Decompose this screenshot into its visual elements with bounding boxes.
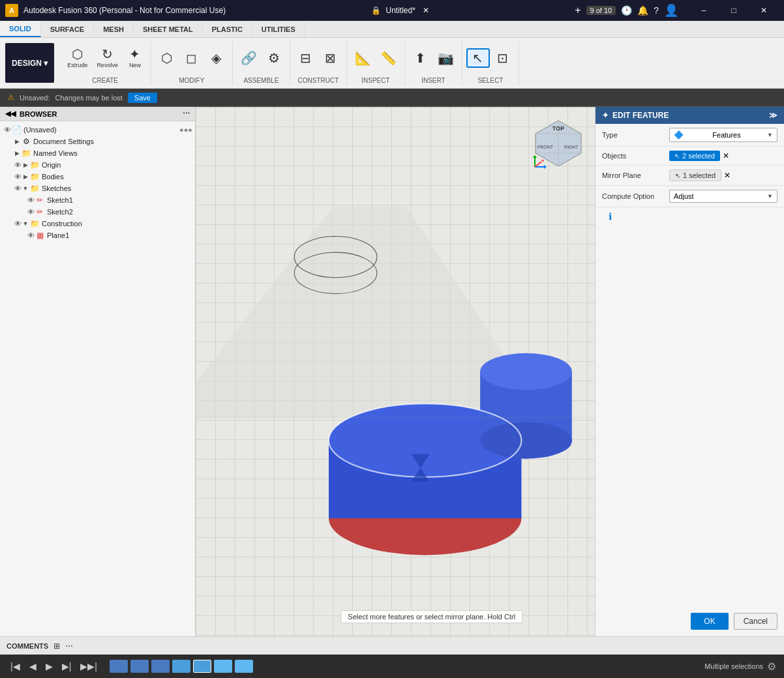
ribbon: DESIGN ▾ ⬡ Extrude ↻ Revolve ✦ New CREAT… bbox=[0, 38, 784, 89]
inspect-measure-btn[interactable]: 📐 bbox=[351, 50, 375, 66]
insert-derive-btn[interactable]: ⬆ bbox=[409, 50, 432, 66]
tree-eye-plane1[interactable]: 👁 bbox=[27, 231, 35, 239]
tree-eye-construction[interactable]: 👁 bbox=[14, 220, 22, 228]
assemble-joint-btn[interactable]: 🔗 bbox=[237, 50, 261, 66]
viewport[interactable]: TOP FRONT RIGHT Select more features or … bbox=[196, 107, 595, 636]
press-pull-icon: ⬡ bbox=[161, 52, 172, 65]
tab-sheet-metal[interactable]: SHEET METAL bbox=[134, 21, 203, 37]
ribbon-group-modify: ⬡ ◻ ◈ MODIFY bbox=[151, 40, 233, 85]
svg-marker-21 bbox=[544, 165, 547, 169]
insert-decal-btn[interactable]: 📷 bbox=[434, 50, 458, 66]
compute-option-select[interactable]: Adjust ▼ bbox=[669, 190, 777, 203]
tree-item-origin[interactable]: 👁 ▶ 📁 Origin bbox=[0, 159, 195, 171]
help-icon[interactable]: ? bbox=[654, 5, 659, 16]
cursor-icon: ↖ bbox=[674, 153, 680, 160]
mirror-plane-clear-icon[interactable]: ✕ bbox=[724, 171, 731, 180]
viewcube[interactable]: TOP FRONT RIGHT bbox=[532, 117, 584, 170]
browser-expand-icon[interactable]: ⋯ bbox=[183, 110, 190, 118]
create-revolve-btn[interactable]: ↻ Revolve bbox=[93, 46, 122, 70]
close-button[interactable]: ✕ bbox=[749, 0, 779, 21]
construct-axis-btn[interactable]: ⊠ bbox=[319, 50, 342, 66]
tab-utilities[interactable]: UTILITIES bbox=[252, 21, 305, 37]
panel-row-type: Type 🔷 Features ▼ bbox=[596, 124, 784, 147]
nav-next[interactable]: ▶| bbox=[59, 660, 74, 673]
construct-plane-btn[interactable]: ⊟ bbox=[294, 50, 318, 66]
ok-button[interactable]: OK bbox=[691, 613, 728, 630]
modify-press-pull-btn[interactable]: ⬡ bbox=[155, 50, 179, 66]
timeline-item-2[interactable] bbox=[130, 660, 149, 673]
tree-eye-sketches[interactable]: 👁 bbox=[14, 184, 22, 192]
tree-item-sketch1[interactable]: 👁 ✏ Sketch1 bbox=[0, 194, 195, 206]
timeline-item-3[interactable] bbox=[151, 660, 170, 673]
panel-expand-icon[interactable]: ≫ bbox=[769, 111, 777, 120]
select-box-btn[interactable]: ⊡ bbox=[491, 50, 515, 66]
ribbon-tab-bar: SOLID SURFACE MESH SHEET METAL PLASTIC U… bbox=[0, 21, 784, 38]
tree-doc-icon: 📄 bbox=[11, 125, 22, 134]
tree-item-named-views[interactable]: ▶ 📁 Named Views bbox=[0, 147, 195, 159]
cursor2-icon: ↖ bbox=[675, 172, 680, 179]
mirror-plane-label: Mirror Plane bbox=[602, 171, 664, 179]
maximize-button[interactable]: □ bbox=[719, 0, 749, 21]
objects-chip[interactable]: ↖ 2 selected bbox=[669, 151, 720, 161]
type-select[interactable]: 🔷 Features ▼ bbox=[669, 128, 777, 142]
timeline-item-4[interactable] bbox=[172, 660, 190, 673]
tree-eye-bodies[interactable]: 👁 bbox=[14, 173, 22, 181]
timeline-item-1[interactable] bbox=[110, 660, 128, 673]
document-title: Untitled* bbox=[385, 6, 415, 15]
settings-gear-icon[interactable]: ⚙ bbox=[767, 660, 776, 673]
minimize-button[interactable]: – bbox=[689, 0, 719, 21]
tree-eye-unsaved[interactable]: 👁 bbox=[4, 126, 11, 134]
tree-dots-unsaved[interactable]: ●●● bbox=[179, 126, 192, 134]
info-icon[interactable]: ℹ bbox=[602, 207, 618, 226]
tree-eye-sketch1[interactable]: 👁 bbox=[27, 196, 35, 204]
create-new-component-btn[interactable]: ✦ New bbox=[123, 46, 147, 70]
modify-fillet-btn[interactable]: ◻ bbox=[180, 50, 204, 66]
close-tab-icon[interactable]: ✕ bbox=[423, 6, 429, 15]
add-tab-icon[interactable]: + bbox=[575, 5, 580, 16]
tree-item-bodies[interactable]: 👁 ▶ 📁 Bodies bbox=[0, 171, 195, 183]
tree-eye-sketch2[interactable]: 👁 bbox=[27, 208, 35, 216]
nav-prev[interactable]: ◀ bbox=[27, 660, 39, 673]
timeline-item-6[interactable] bbox=[214, 660, 232, 673]
select-icon: ↖ bbox=[472, 52, 483, 65]
browser-collapse-icon[interactable]: ◀◀ bbox=[5, 110, 16, 118]
timeline-item-5[interactable] bbox=[193, 660, 211, 673]
plane-icon: ⊟ bbox=[300, 52, 311, 65]
select-btn[interactable]: ↖ bbox=[466, 48, 490, 68]
comments-dots-icon[interactable]: ⋯ bbox=[65, 641, 73, 651]
create-extrude-btn[interactable]: ⬡ Extrude bbox=[63, 46, 91, 70]
tree-item-sketch2[interactable]: 👁 ✏ Sketch2 bbox=[0, 206, 195, 218]
comments-expand-icon[interactable]: ⊞ bbox=[53, 641, 60, 651]
browser-title: BROWSER bbox=[20, 110, 57, 118]
timeline-item-7[interactable] bbox=[235, 660, 253, 673]
mirror-plane-chip[interactable]: ↖ 1 selected bbox=[669, 170, 721, 181]
modify-chamfer-btn[interactable]: ◈ bbox=[205, 50, 228, 66]
tab-solid[interactable]: SOLID bbox=[0, 21, 41, 37]
tree-item-unsaved[interactable]: 👁 📄 (Unsaved) ●●● bbox=[0, 124, 195, 136]
tree-sketch2-icon: ✏ bbox=[35, 207, 45, 216]
tab-plastic[interactable]: PLASTIC bbox=[203, 21, 252, 37]
tab-surface[interactable]: SURFACE bbox=[41, 21, 95, 37]
tree-folder-construction-icon: 📁 bbox=[29, 219, 40, 228]
svg-marker-23 bbox=[533, 155, 537, 158]
nav-play[interactable]: ▶ bbox=[43, 660, 55, 673]
tree-item-doc-settings[interactable]: ▶ ⚙ Document Settings bbox=[0, 136, 195, 147]
tree-item-construction[interactable]: 👁 ▼ 📁 Construction bbox=[0, 218, 195, 229]
tree-eye-origin[interactable]: 👁 bbox=[14, 161, 22, 169]
clock-icon[interactable]: 🕐 bbox=[621, 5, 632, 16]
tree-item-plane1[interactable]: 👁 ▦ Plane1 bbox=[0, 229, 195, 241]
tree-item-sketches[interactable]: 👁 ▼ 📁 Sketches bbox=[0, 183, 195, 194]
user-icon[interactable]: 👤 bbox=[664, 3, 678, 18]
assemble-rigid-btn[interactable]: ⚙ bbox=[262, 50, 286, 66]
nav-end[interactable]: ▶▶| bbox=[78, 660, 100, 673]
save-button[interactable]: Save bbox=[128, 93, 157, 103]
design-dropdown[interactable]: DESIGN ▾ bbox=[5, 43, 54, 83]
edit-panel-icon: ✦ bbox=[602, 111, 609, 120]
tab-mesh[interactable]: MESH bbox=[94, 21, 134, 37]
inspect-interference-btn[interactable]: 📏 bbox=[376, 50, 400, 66]
cancel-button[interactable]: Cancel bbox=[734, 613, 777, 630]
bell-icon[interactable]: 🔔 bbox=[637, 5, 648, 16]
objects-clear-icon[interactable]: ✕ bbox=[723, 151, 729, 160]
nav-back-to-start[interactable]: |◀ bbox=[8, 660, 23, 673]
warning-icon: ⚠ bbox=[8, 93, 14, 102]
